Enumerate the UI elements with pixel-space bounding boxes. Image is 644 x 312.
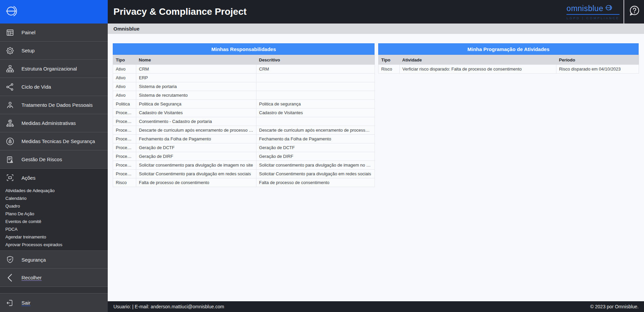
brand-block: omnisblue LGPD | COMPLIANCE xyxy=(566,0,620,24)
sidebar-subitem-plano-de-acao[interactable]: Plano De Ação xyxy=(0,210,108,218)
table-row[interactable]: ProcessoGeração de DIRFGeração de DIRF xyxy=(113,152,375,161)
table-row[interactable]: ProcessoGeração de DCTFGeração de DCTF xyxy=(113,143,375,152)
table-row[interactable]: PoliticaPolitica de SegurançaPolitica de… xyxy=(113,100,375,108)
column-header-descritivo: Descritivo xyxy=(256,55,375,65)
topbar-right: omnisblue LGPD | COMPLIANCE xyxy=(566,0,644,24)
table-row[interactable]: ProcessoSolicitar Consentimento para div… xyxy=(113,170,375,178)
table-row[interactable]: ProcessoDescarte de curriculum após ence… xyxy=(113,126,375,135)
table-row[interactable]: AtivoSistema de portaria xyxy=(113,82,375,91)
programacao-table: Tipo Atividade Período RiscoVerficiar ri… xyxy=(378,55,639,74)
column-header-nome: Nome xyxy=(136,55,256,65)
table-cell: Cadastro de Visitantes xyxy=(256,108,375,117)
table-row[interactable]: AtivoSistema de recrutamento xyxy=(113,91,375,100)
sidebar-subitem-pdca[interactable]: PDCA xyxy=(0,225,108,233)
sidebar-item-sair[interactable]: Sair xyxy=(0,294,108,312)
sidebar-item-label: Ciclo de Vida xyxy=(21,84,51,90)
sidebar-subitem-atividades-de-adequacao[interactable]: Atividades de Adequação xyxy=(0,187,108,194)
table-cell: Geração de DCTF xyxy=(256,143,375,152)
table-row[interactable]: AtivoERP xyxy=(113,74,375,82)
sidebar-item-label: Sair xyxy=(21,300,31,306)
table-cell: Sistema de recrutamento xyxy=(136,91,256,100)
breadcrumb: Omnisblue xyxy=(108,24,644,34)
shield-check-icon xyxy=(6,255,14,264)
brand-name: omnisblue xyxy=(566,4,603,13)
table-row[interactable]: ProcessoFechamento da Folha de Pagamento… xyxy=(113,135,375,143)
help-button[interactable] xyxy=(624,0,644,24)
sidebar-item-label: Gestão De Riscos xyxy=(21,157,62,162)
sidebar-item-recolher[interactable]: Recolher xyxy=(0,269,108,287)
sidebar-item-seguranca[interactable]: Segurança xyxy=(0,251,108,269)
table-row[interactable]: AtivoCRMCRM xyxy=(113,65,375,74)
sidebar-subitem-agendar-treinamento[interactable]: Agendar treinamento xyxy=(0,233,108,241)
sidebar-subitem-quadro[interactable]: Quadro xyxy=(0,202,108,210)
table-cell: Politica de Segurança xyxy=(136,100,256,108)
sidebar-item-medidas-tecnicas-seguranca[interactable]: Medidas Tecnicas De Segurança xyxy=(0,132,108,150)
table-row[interactable]: ProcessoConsentimento - Cadastro de port… xyxy=(113,117,375,126)
column-header-atividade: Atividade xyxy=(400,55,556,65)
subitem-label: Plano De Ação xyxy=(5,211,34,216)
responsabilidades-title: Minhas Responsabilidades xyxy=(113,43,375,55)
subitem-label: Atividades de Adequação xyxy=(5,188,55,193)
sidebar-item-gestao-de-riscos[interactable]: Gestão De Riscos xyxy=(0,150,108,169)
table-cell: Risco disparado em 04/10/2023 xyxy=(556,65,639,74)
chevron-left-icon xyxy=(6,273,14,282)
table-cell: Descarte de curriculum após encerramento… xyxy=(136,126,256,135)
table-cell: Ativo xyxy=(113,65,136,74)
footer-user-info: Usuario: | E-mail: anderson.mattiuci@omn… xyxy=(113,304,224,309)
page-title: Privacy & Compliance Project xyxy=(113,6,247,17)
selection-icon xyxy=(6,173,14,182)
sidebar-item-label: Estrutura Organizacional xyxy=(21,66,77,72)
subitem-label: Aprovar Processos expirados xyxy=(5,242,62,247)
subitem-label: Eventos de comitê xyxy=(5,219,41,224)
column-header-tipo: Tipo xyxy=(379,55,400,65)
sidebar-spacer xyxy=(0,287,108,294)
table-cell: Cadastro de Visitantes xyxy=(136,108,256,117)
table-cell: Processo xyxy=(113,126,136,135)
gear-network-icon xyxy=(6,119,14,128)
table-row[interactable]: ProcessoCadastro de VisitantesCadastro d… xyxy=(113,108,375,117)
table-cell: Descarte de curriculum após encerramento… xyxy=(256,126,375,135)
table-cell: Solicitar consentimento para divulgação … xyxy=(256,161,375,170)
sidebar-item-label: Medidas Tecnicas De Segurança xyxy=(21,138,95,144)
table-row[interactable]: ProcessoSolicitar consentimento para div… xyxy=(113,161,375,170)
omnisblue-logo-icon xyxy=(5,4,19,19)
table-cell: Geração de DCTF xyxy=(136,143,256,152)
sidebar-logo-box[interactable] xyxy=(0,0,108,24)
sidebar-item-estrutura-organizacional[interactable]: Estrutura Organizacional xyxy=(0,60,108,78)
table-cell: Processo xyxy=(113,135,136,143)
logout-icon xyxy=(6,299,14,307)
table-row[interactable]: RiscoFalta de processo de consentimentoF… xyxy=(113,178,375,187)
sidebar: Painel Setup Estrutura Organizacional Ci… xyxy=(0,0,108,312)
sidebar-item-acoes[interactable]: Ações xyxy=(0,169,108,187)
table-row[interactable]: RiscoVerficiar risco disparado: Falta de… xyxy=(379,65,639,74)
table-cell: Falta de processo de consentimento xyxy=(136,178,256,187)
main-content: Minhas Responsabilidades Tipo Nome Descr… xyxy=(108,34,644,301)
gear-icon xyxy=(6,46,14,55)
sidebar-item-setup[interactable]: Setup xyxy=(0,42,108,60)
table-cell: Falta de processo de consentimento xyxy=(256,178,375,187)
table-cell: Processo xyxy=(113,161,136,170)
responsabilidades-panel: Minhas Responsabilidades Tipo Nome Descr… xyxy=(113,43,375,187)
question-bubble-icon xyxy=(628,4,641,19)
table-cell: Ativo xyxy=(113,91,136,100)
subitem-label: Calendário xyxy=(5,196,27,201)
sidebar-item-label: Setup xyxy=(21,48,35,53)
sidebar-item-painel[interactable]: Painel xyxy=(0,24,108,42)
table-cell: Risco xyxy=(379,65,400,74)
programacao-title: Minha Programação de Atividades xyxy=(378,43,639,55)
table-cell: Solicitar Consentimento para divulgação … xyxy=(256,170,375,178)
sidebar-item-tratamento-dados-pessoais[interactable]: Tratamento De Dados Pessoais xyxy=(0,96,108,114)
sidebar-subitem-aprovar-processos-expirados[interactable]: Aprovar Processos expirados xyxy=(0,241,108,249)
sidebar-item-medidas-administrativas[interactable]: Medidas Administrativas xyxy=(0,114,108,132)
sidebar-item-label: Painel xyxy=(21,30,36,35)
sidebar-item-ciclo-de-vida[interactable]: Ciclo de Vida xyxy=(0,78,108,96)
table-cell: Solicitar Consentimento para divulgação … xyxy=(136,170,256,178)
table-cell xyxy=(256,82,375,91)
dashboard-icon xyxy=(6,28,14,37)
topbar: Privacy & Compliance Project omnisblue L… xyxy=(108,0,644,24)
table-cell: Politica de segurança xyxy=(256,100,375,108)
sidebar-subitem-calendario[interactable]: Calendário xyxy=(0,194,108,202)
responsabilidades-table: Tipo Nome Descritivo AtivoCRMCRMAtivoERP… xyxy=(113,55,375,187)
sidebar-subitem-eventos-de-comite[interactable]: Eventos de comitê xyxy=(0,218,108,225)
brand-logo-icon xyxy=(605,4,613,13)
